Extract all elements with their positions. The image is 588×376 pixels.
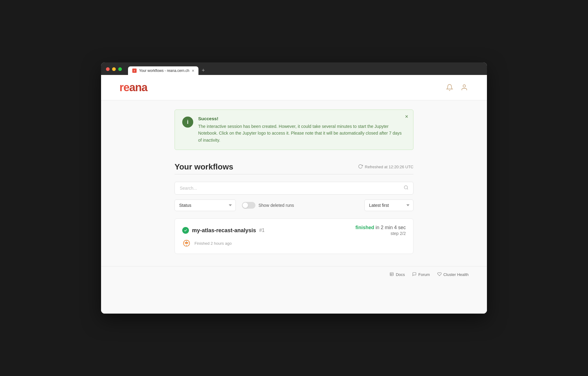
footer-forum-label: Forum (418, 272, 430, 277)
workflow-duration: in 2 min 4 sec (375, 225, 406, 230)
notifications-icon[interactable] (445, 83, 454, 92)
main-content: i Success! The interactive session has b… (156, 100, 432, 266)
search-input[interactable] (175, 182, 413, 195)
user-icon[interactable] (460, 83, 469, 92)
success-alert: i Success! The interactive session has b… (175, 110, 413, 150)
svg-point-6 (186, 245, 187, 246)
cluster-health-icon (437, 272, 442, 277)
toggle-knob (243, 203, 248, 208)
tab-favicon: r (132, 69, 137, 73)
workflow-duration-prefix: in (375, 225, 379, 230)
browser-chrome: r Your workflows - reana.cern.ch × + (101, 62, 487, 75)
new-tab-button[interactable]: + (199, 66, 207, 75)
workflow-status-row: finished in 2 min 4 sec (355, 225, 406, 230)
alert-info-icon: i (182, 117, 193, 128)
svg-rect-7 (390, 273, 394, 276)
section-divider (175, 174, 413, 174)
workflow-duration-value: 2 min 4 sec (381, 225, 406, 230)
jupyter-logo[interactable] (182, 239, 191, 248)
search-icon (404, 185, 409, 191)
workflow-run-number: #1 (259, 228, 265, 233)
footer-docs-link[interactable]: Docs (390, 272, 405, 277)
browser-tab-active[interactable]: r Your workflows - reana.cern.ch × (128, 66, 198, 75)
alert-close-button[interactable]: × (405, 114, 408, 120)
footer-docs-label: Docs (396, 272, 405, 277)
footer-forum-link[interactable]: Forum (412, 272, 430, 277)
show-deleted-label: Show deleted runs (258, 203, 294, 208)
close-button[interactable] (106, 67, 110, 71)
workflow-name-row: my-atlas-recast-analysis #1 (182, 227, 265, 234)
refresh-timestamp: Refreshed at 12:20:26 UTC (365, 165, 413, 169)
tab-close-button[interactable]: × (192, 68, 194, 73)
workflow-time-ago: Finished 2 hours ago (194, 241, 232, 246)
browser-controls (106, 67, 122, 71)
refresh-icon (358, 164, 363, 170)
sort-select[interactable]: Latest first Oldest first Name A-Z Name … (364, 199, 413, 211)
alert-body: Success! The interactive session has bee… (198, 116, 406, 143)
browser-tabs: r Your workflows - reana.cern.ch × + (128, 66, 207, 75)
svg-line-2 (407, 188, 408, 189)
workflow-status-text: finished in 2 min 4 sec step 2/2 (355, 225, 406, 236)
status-filter-select[interactable]: Status Running Finished Failed Stopped (175, 199, 236, 211)
show-deleted-toggle[interactable] (242, 202, 255, 209)
page-content: reana (101, 75, 487, 314)
refresh-info: Refreshed at 12:20:26 UTC (358, 164, 413, 170)
footer-cluster-health-link[interactable]: Cluster Health (437, 272, 469, 277)
forum-icon (412, 272, 417, 277)
search-bar (175, 182, 413, 195)
workflow-name: my-atlas-recast-analysis (192, 227, 256, 234)
page-title: Your workflows (175, 162, 233, 172)
site-header: reana (101, 75, 487, 100)
minimize-button[interactable] (112, 67, 116, 71)
browser-window: r Your workflows - reana.cern.ch × + rea… (101, 62, 487, 314)
workflow-step: step 2/2 (355, 231, 406, 236)
alert-message: The interactive session has been created… (198, 123, 406, 143)
svg-point-4 (185, 242, 188, 244)
workflow-status-checkmark (182, 227, 189, 234)
alert-title: Success! (198, 116, 406, 121)
show-deleted-toggle-group: Show deleted runs (242, 202, 358, 209)
footer-cluster-health-label: Cluster Health (443, 272, 469, 277)
logo-ana: ana (129, 81, 147, 94)
site-footer: Docs Forum Cluster Health (101, 266, 487, 283)
svg-point-1 (404, 186, 408, 189)
maximize-button[interactable] (118, 67, 122, 71)
workflows-section-header: Your workflows Refreshed at 12:20:26 UTC (175, 162, 413, 172)
header-icons (445, 83, 469, 92)
tab-title: Your workflows - reana.cern.ch (139, 69, 189, 73)
workflow-card[interactable]: my-atlas-recast-analysis #1 finished in … (175, 218, 413, 254)
docs-icon (390, 272, 394, 277)
workflow-status-finished: finished (355, 225, 374, 230)
site-logo[interactable]: reana (119, 81, 147, 94)
svg-point-0 (463, 85, 466, 87)
workflow-card-top: my-atlas-recast-analysis #1 finished in … (182, 225, 406, 236)
workflow-card-bottom: Finished 2 hours ago (182, 239, 406, 248)
filters-row: Status Running Finished Failed Stopped S… (175, 199, 413, 211)
logo-re: re (119, 81, 129, 94)
svg-point-5 (186, 241, 187, 242)
